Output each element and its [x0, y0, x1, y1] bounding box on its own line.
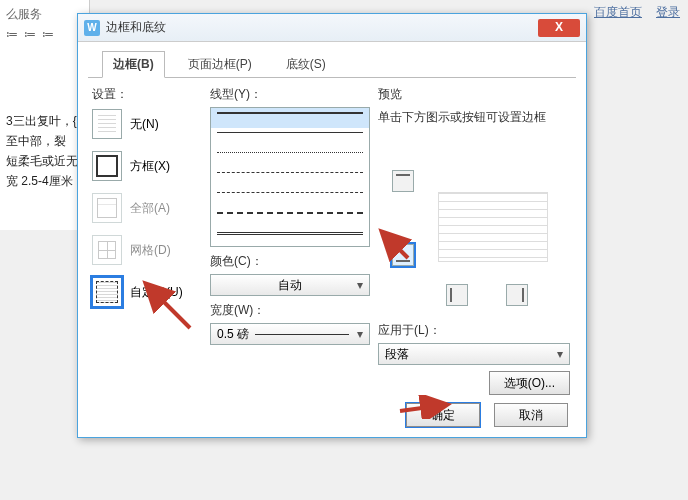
setting-all: 全部(A)	[92, 193, 202, 223]
tab-page-border[interactable]: 页面边框(P)	[177, 51, 263, 78]
preview-page[interactable]	[438, 192, 548, 262]
preview-left-border-button[interactable]	[446, 284, 468, 306]
preview-column: 预览 单击下方图示或按钮可设置边框 应用于(L)： 段落 选项(O)...	[378, 86, 572, 395]
linetype-option[interactable]	[211, 108, 369, 128]
link-baidu-home[interactable]: 百度首页	[594, 4, 642, 21]
setting-grid: 网格(D)	[92, 235, 202, 265]
width-combo[interactable]: 0.5 磅	[210, 323, 370, 345]
setting-custom[interactable]: 自定义(U)	[92, 277, 202, 307]
color-label: 颜色(C)：	[210, 253, 370, 270]
link-login[interactable]: 登录	[656, 4, 680, 21]
setting-grid-label: 网格(D)	[130, 242, 171, 259]
app-icon: W	[84, 20, 100, 36]
dialog-title: 边框和底纹	[106, 19, 538, 36]
ok-button[interactable]: 确定	[406, 403, 480, 427]
apply-to-value: 段落	[385, 346, 409, 363]
preview-hint: 单击下方图示或按钮可设置边框	[378, 109, 572, 126]
linetype-option[interactable]	[211, 168, 369, 188]
width-preview-line	[255, 334, 349, 335]
titlebar: W 边框和底纹 X	[78, 14, 586, 42]
linetype-option[interactable]	[211, 188, 369, 208]
setting-box[interactable]: 方框(X)	[92, 151, 202, 181]
bg-text: 3三出复叶，{ 至中部，裂 短柔毛或近无 宽 2.5-4厘米	[6, 111, 83, 191]
settings-label: 设置：	[92, 86, 202, 103]
bg-svc-label: 么服务	[6, 6, 42, 23]
linetype-option[interactable]	[211, 208, 369, 228]
tab-shading[interactable]: 底纹(S)	[275, 51, 337, 78]
setting-none-label: 无(N)	[130, 116, 159, 133]
preview-right-border-button[interactable]	[506, 284, 528, 306]
color-combo[interactable]: 自动	[210, 274, 370, 296]
setting-box-label: 方框(X)	[130, 158, 170, 175]
linetype-list[interactable]	[210, 107, 370, 247]
preview-bottom-border-button[interactable]	[392, 244, 414, 266]
linetype-option[interactable]	[211, 128, 369, 148]
preview-top-border-button[interactable]	[392, 170, 414, 192]
options-button[interactable]: 选项(O)...	[489, 371, 570, 395]
setting-none[interactable]: 无(N)	[92, 109, 202, 139]
borders-shading-dialog: W 边框和底纹 X 边框(B) 页面边框(P) 底纹(S) 设置： 无(N) 方…	[77, 13, 587, 438]
linetype-option[interactable]	[211, 228, 369, 247]
setting-all-label: 全部(A)	[130, 200, 170, 217]
custom-icon	[92, 277, 122, 307]
setting-custom-label: 自定义(U)	[130, 284, 183, 301]
all-icon	[92, 193, 122, 223]
preview-canvas	[378, 136, 572, 316]
page-top-links: 百度首页 登录	[594, 4, 680, 21]
color-value: 自动	[278, 277, 302, 294]
settings-column: 设置： 无(N) 方框(X) 全部(A) 网格(D) 自定义(U)	[92, 86, 202, 395]
cancel-button[interactable]: 取消	[494, 403, 568, 427]
tab-strip: 边框(B) 页面边框(P) 底纹(S)	[88, 42, 576, 78]
box-icon	[92, 151, 122, 181]
linetype-label: 线型(Y)：	[210, 86, 370, 103]
none-icon	[92, 109, 122, 139]
width-label: 宽度(W)：	[210, 302, 370, 319]
apply-to-combo[interactable]: 段落	[378, 343, 570, 365]
width-value: 0.5 磅	[217, 326, 249, 343]
tab-border[interactable]: 边框(B)	[102, 51, 165, 78]
preview-label: 预览	[378, 86, 572, 103]
apply-to-label: 应用于(L)：	[378, 322, 570, 339]
linetype-column: 线型(Y)： 颜色(C)： 自动 宽度(W)： 0.5 磅	[210, 86, 370, 395]
close-button[interactable]: X	[538, 19, 580, 37]
dialog-footer: 确定 取消	[406, 403, 568, 427]
linetype-option[interactable]	[211, 148, 369, 168]
grid-icon	[92, 235, 122, 265]
